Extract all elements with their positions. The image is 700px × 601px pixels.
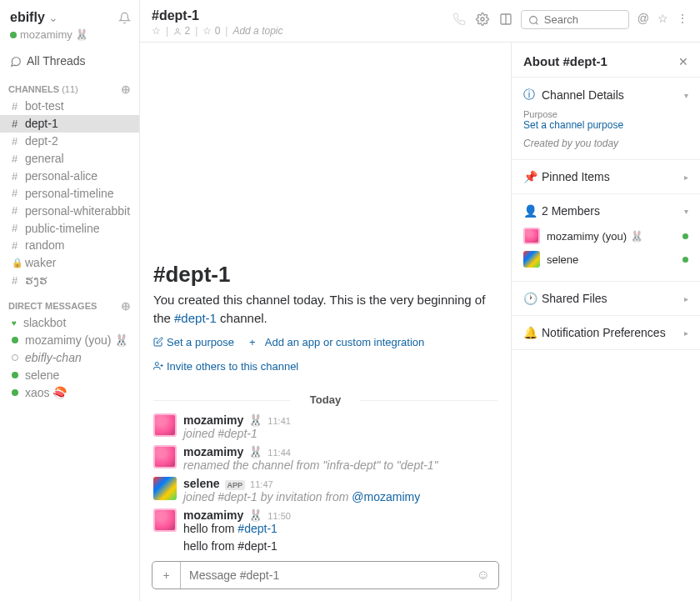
- chevron-right-icon: ▸: [684, 328, 688, 338]
- sidebar-channel-public-timeline[interactable]: #public-timeline: [0, 220, 139, 238]
- bell-icon[interactable]: [118, 11, 131, 25]
- presence-dot: [10, 32, 17, 38]
- intro-text: You created this channel today. This is …: [153, 291, 498, 328]
- sidebar-channel-waker[interactable]: 🔒waker: [0, 254, 139, 272]
- add-channel-icon[interactable]: ⊕: [121, 83, 131, 96]
- composer-plus-icon[interactable]: +: [152, 562, 181, 588]
- channel-header-left: #dept-1 ☆| 2| ☆ 0| Add a topic: [152, 8, 444, 37]
- about-shared-files[interactable]: 🕐 Shared Files ▸: [512, 282, 700, 316]
- files-icon: 🕐: [523, 292, 535, 305]
- intro-actions: Set a purpose + Add an app or custom int…: [153, 336, 498, 348]
- sidebar-channel-dept-2[interactable]: #dept-2: [0, 133, 139, 150]
- svg-point-1: [481, 18, 484, 21]
- invite-link[interactable]: Invite others to this channel: [153, 360, 298, 373]
- sidebar-dm[interactable]: mozamimy (you) 🐰: [0, 332, 139, 349]
- sidebar-channel-random[interactable]: #random: [0, 237, 139, 254]
- about-header: About #dept-1 ✕: [512, 43, 700, 78]
- pin-icon: 📌: [523, 170, 535, 183]
- sidebar-channel-personal-alice[interactable]: #personal-alice: [0, 168, 139, 185]
- main: #dept-1 ☆| 2| ☆ 0| Add a topic @ ☆ ⋮: [140, 0, 700, 601]
- set-purpose-link[interactable]: Set a purpose: [153, 336, 234, 348]
- all-threads[interactable]: All Threads: [0, 49, 139, 73]
- about-panel: About #dept-1 ✕ ⓘ Channel Details ▾ Purp…: [512, 43, 700, 601]
- dm-list: ♥slackbotmozamimy (you) 🐰ebifly-chansele…: [0, 314, 139, 401]
- svg-point-6: [155, 363, 158, 366]
- team-header[interactable]: ebifly: [0, 7, 139, 28]
- team-name: ebifly: [10, 10, 58, 25]
- avatar: [153, 445, 177, 468]
- about-pinned[interactable]: 📌 Pinned Items ▸: [512, 160, 700, 194]
- about-title: About #dept-1: [523, 54, 608, 68]
- avatar: [153, 413, 177, 437]
- header-icons: [452, 8, 512, 26]
- phone-icon[interactable]: [452, 12, 466, 26]
- message-row: mozamimy 🐰 11:41joined #dept-1: [153, 411, 498, 443]
- info-icon: ⓘ: [523, 88, 535, 103]
- sidebar-channel-dept-1[interactable]: #dept-1: [0, 115, 139, 133]
- add-dm-icon[interactable]: ⊕: [121, 299, 131, 313]
- add-app-link[interactable]: + Add an app or custom integration: [249, 336, 424, 348]
- set-purpose-panel-link[interactable]: Set a channel purpose: [523, 119, 688, 131]
- channel-title: #dept-1: [152, 8, 444, 23]
- sidebar-dm[interactable]: selene: [0, 367, 139, 384]
- search-icon: [528, 13, 539, 26]
- more-icon[interactable]: ⋮: [677, 12, 688, 25]
- search-box[interactable]: [521, 10, 629, 29]
- message-continuation: hello from #dept-1: [153, 539, 498, 553]
- sidebar-channel-personal-whiterabbit[interactable]: #personal-whiterabbit: [0, 203, 139, 220]
- about-members[interactable]: 👤 2 Members ▾ mozamimy (you) 🐰selene: [512, 194, 700, 282]
- channel-meta: ☆| 2| ☆ 0| Add a topic: [152, 25, 444, 37]
- panel-icon[interactable]: [499, 12, 512, 26]
- svg-point-4: [529, 17, 537, 24]
- search-input[interactable]: [544, 13, 622, 26]
- channel-intro: #dept-1 You created this channel today. …: [153, 262, 498, 373]
- message-row: mozamimy 🐰 11:44renamed the channel from…: [153, 443, 498, 474]
- emoji-icon[interactable]: ☺: [477, 568, 490, 583]
- message-row: mozamimy 🐰 11:50hello from #dept-1: [153, 506, 498, 538]
- sidebar-dm[interactable]: ♥slackbot: [0, 314, 139, 332]
- member-row[interactable]: selene: [523, 248, 688, 271]
- member-row[interactable]: mozamimy (you) 🐰: [523, 224, 688, 248]
- threads-icon: [10, 54, 22, 68]
- header-icons-right: @ ☆ ⋮: [638, 8, 688, 25]
- svg-point-0: [176, 28, 178, 31]
- pin-count[interactable]: ☆ 0: [202, 25, 220, 37]
- about-notification[interactable]: 🔔 Notification Preferences ▸: [512, 316, 700, 350]
- team-user-status[interactable]: mozamimy 🐰: [0, 28, 139, 49]
- sidebar-dm[interactable]: xaos 🍣: [0, 384, 139, 402]
- messages-pane: #dept-1 You created this channel today. …: [140, 43, 512, 601]
- about-channel-details[interactable]: ⓘ Channel Details ▾ Purpose Set a channe…: [512, 78, 700, 160]
- sidebar-channel-ຮງຮ[interactable]: #ຮງຮ: [0, 272, 139, 289]
- message-list: mozamimy 🐰 11:41joined #dept-1mozamimy 🐰…: [153, 411, 498, 553]
- sidebar: ebifly mozamimy 🐰 All Threads CHANNELS (…: [0, 0, 140, 601]
- star-header-icon[interactable]: ☆: [658, 12, 668, 25]
- svg-line-5: [536, 23, 538, 24]
- gear-icon[interactable]: [476, 12, 489, 26]
- sidebar-dm[interactable]: ebifly-chan: [0, 349, 139, 367]
- avatar: [153, 477, 177, 500]
- mention-icon[interactable]: @: [638, 12, 649, 25]
- members-icon: 👤: [523, 204, 535, 218]
- sidebar-channel-general[interactable]: #general: [0, 150, 139, 168]
- presence-dot: [682, 257, 688, 263]
- channels-section-header[interactable]: CHANNELS (11) ⊕: [0, 73, 139, 98]
- star-icon[interactable]: ☆: [152, 25, 161, 37]
- add-topic[interactable]: Add a topic: [232, 25, 282, 37]
- composer-input[interactable]: [181, 562, 477, 588]
- chevron-right-icon: ▸: [684, 173, 688, 182]
- chevron-right-icon: ▸: [684, 294, 688, 303]
- message-scroll[interactable]: #dept-1 You created this channel today. …: [140, 43, 511, 553]
- presence-dot: [682, 233, 688, 239]
- channel-header: #dept-1 ☆| 2| ☆ 0| Add a topic @ ☆ ⋮: [140, 0, 700, 43]
- content-row: #dept-1 You created this channel today. …: [140, 43, 700, 601]
- close-icon[interactable]: ✕: [678, 55, 688, 68]
- avatar: [523, 251, 540, 268]
- date-divider: Today: [153, 393, 498, 406]
- chevron-down-icon: ▾: [684, 91, 688, 100]
- member-count[interactable]: 2: [173, 25, 190, 37]
- sidebar-channel-bot-test[interactable]: #bot-test: [0, 98, 139, 115]
- avatar: [523, 228, 540, 244]
- dm-section-header[interactable]: DIRECT MESSAGES ⊕: [0, 289, 139, 314]
- channel-list: #bot-test#dept-1#dept-2#general#personal…: [0, 98, 139, 289]
- sidebar-channel-personal-timeline[interactable]: #personal-timeline: [0, 185, 139, 203]
